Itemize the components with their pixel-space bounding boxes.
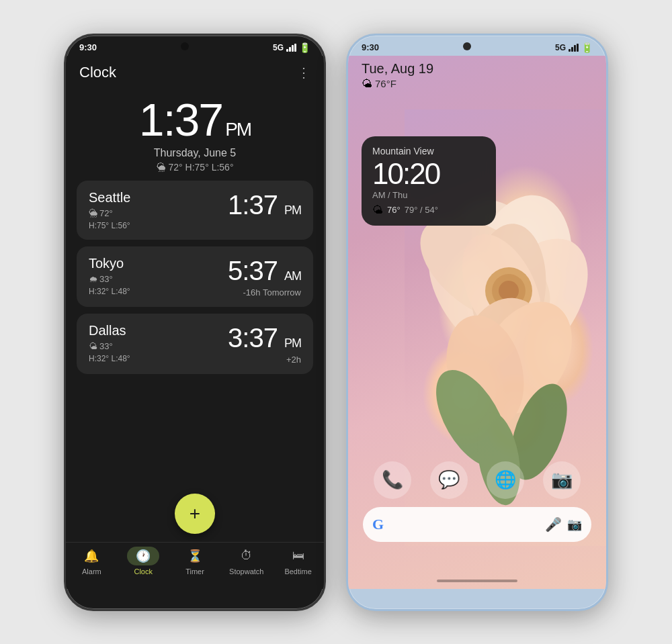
status-bar: 9:30 5G 🔋 (66, 36, 324, 56)
svg-point-11 (460, 285, 591, 430)
widget-time: 10:20 (372, 159, 485, 189)
city-weather: 🌧 33° (89, 274, 130, 284)
svg-point-13 (421, 358, 521, 478)
weather-text: 72° H:75° L:56° (169, 162, 234, 173)
city-weather-emoji: 🌧 (89, 274, 97, 284)
dark-phone: 9:30 5G 🔋 Clock ⋮ 1:37PM (64, 34, 326, 611)
bottom-navigation: 🔔 Alarm 🕐 Clock ⏳ Timer ⏱ Stopw (66, 542, 324, 589)
svg-point-8 (492, 274, 526, 308)
battery-icon: 🔋 (299, 42, 310, 53)
power-button[interactable] (324, 143, 326, 190)
city-weather-emoji: 🌤 (89, 341, 97, 351)
city-hi-lo: H:75° L:56° (89, 221, 130, 230)
home-date: Tue, Aug 19 (362, 61, 593, 77)
signal-icon (286, 44, 296, 52)
app-title: Clock (79, 64, 116, 81)
city-hi-lo: H:32° L:48° (89, 354, 130, 363)
more-options-icon[interactable]: ⋮ (297, 64, 310, 81)
clock-app: Clock ⋮ 1:37PM Thursday, June 5 🌦 72° H:… (66, 56, 324, 589)
city-temp: 72° (99, 208, 113, 218)
main-weather: 🌦 72° H:75° L:56° (66, 162, 324, 173)
search-mic-icon[interactable]: 🎤 (545, 516, 562, 533)
nav-timer-label: Timer (185, 567, 204, 576)
chrome-app-icon[interactable]: 🌐 (487, 461, 524, 499)
city-name: Seattle (89, 190, 130, 205)
city-weather: 🌦 72° (89, 208, 130, 218)
city-time-diff: +2h (228, 355, 301, 365)
widget-weather-emoji: 🌤 (372, 204, 383, 216)
weather-emoji: 🌦 (157, 162, 166, 173)
camera-hole (463, 42, 471, 50)
nav-clock-label: Clock (134, 567, 153, 576)
svg-point-5 (466, 220, 551, 354)
nav-timer-icon-wrap: ⏳ (179, 547, 211, 565)
widget-weather-row: 🌤 76° 79° / 54° (372, 204, 485, 216)
network-type: 5G (273, 43, 284, 52)
city-name: Tokyo (89, 256, 130, 271)
vol-up-button[interactable] (64, 130, 66, 153)
main-time: 1:37PM (66, 93, 324, 146)
status-time: 9:30 (362, 42, 379, 52)
city-weather-emoji: 🌦 (89, 208, 97, 218)
city-time-diff: -16h Tomorrow (228, 287, 301, 297)
city-time: 1:37 PM (228, 190, 301, 220)
svg-point-10 (448, 290, 564, 439)
svg-point-6 (446, 222, 558, 359)
city-info: Tokyo 🌧 33° H:32° L:48° (89, 256, 130, 296)
status-bar: 9:30 5G 🔋 (348, 36, 606, 56)
city-card-dallas[interactable]: Dallas 🌤 33° H:32° L:48° 3:37 PM +2h (77, 314, 313, 374)
city-name: Dallas (89, 323, 130, 338)
main-date: Thursday, June 5 (66, 147, 324, 159)
city-weather: 🌤 33° (89, 341, 130, 351)
city-time: 5:37 AM (228, 256, 301, 286)
svg-point-3 (454, 218, 606, 389)
notch (181, 42, 189, 50)
google-search-bar[interactable]: G 🎤 📷 (363, 507, 591, 542)
nav-clock-icon-wrap: 🕐 (127, 547, 159, 565)
city-card-tokyo[interactable]: Tokyo 🌧 33° H:32° L:48° 5:37 AM -16h Tom… (77, 246, 313, 307)
nav-stopwatch-icon-wrap: ⏱ (230, 547, 263, 565)
home-screen: Tue, Aug 19 🌤 76°F Mountain View 10:20 A… (348, 56, 606, 589)
city-temp: 33° (99, 274, 113, 284)
nav-timer[interactable]: ⏳ Timer (169, 547, 221, 584)
camera-app-icon[interactable]: 📷 (543, 461, 581, 499)
camera-hole (181, 42, 189, 50)
svg-point-12 (435, 306, 536, 436)
chrome-icon: 🌐 (495, 469, 516, 490)
nav-alarm[interactable]: 🔔 Alarm (66, 547, 118, 584)
messages-app-icon[interactable]: 💬 (430, 461, 468, 499)
city-time-block: 3:37 PM +2h (228, 323, 301, 365)
fab-icon: + (190, 503, 200, 524)
widget-weather-range: 79° / 54° (405, 205, 438, 215)
power-button[interactable] (606, 143, 608, 190)
nav-clock[interactable]: 🕐 Clock (118, 547, 169, 584)
main-clock-display: 1:37PM Thursday, June 5 🌦 72° H:75° L:56… (66, 87, 324, 175)
phone-icon: 📞 (382, 469, 403, 490)
home-dock-area: 📞 💬 🌐 📷 G 🎤 📷 (348, 461, 606, 542)
vol-down-button[interactable] (64, 160, 66, 197)
messages-icon: 💬 (438, 469, 460, 490)
signal-icon (569, 44, 579, 52)
alarm-icon: 🔔 (84, 549, 99, 563)
nav-bedtime-icon-wrap: 🛏 (282, 547, 314, 565)
nav-bedtime[interactable]: 🛏 Bedtime (272, 547, 324, 584)
add-city-button[interactable]: + (175, 494, 215, 534)
search-lens-icon[interactable]: 📷 (567, 517, 582, 532)
nav-stopwatch[interactable]: ⏱ Stopwatch (220, 547, 272, 584)
gesture-nav-bar (437, 580, 517, 582)
status-icons: 5G 🔋 (273, 42, 310, 53)
svg-point-9 (499, 281, 519, 301)
network-type: 5G (555, 43, 566, 52)
city-card-seattle[interactable]: Seattle 🌦 72° H:75° L:56° 1:37 PM (77, 181, 313, 240)
svg-point-7 (485, 267, 532, 314)
main-time-digits: 1:37PM (139, 94, 251, 145)
bedtime-icon: 🛏 (292, 549, 304, 563)
city-time-block: 1:37 PM (228, 190, 301, 222)
home-weather-temp: 76°F (375, 78, 396, 89)
phone-app-icon[interactable]: 📞 (374, 461, 411, 499)
nav-alarm-icon-wrap: 🔔 (75, 547, 108, 565)
city-info: Dallas 🌤 33° H:32° L:48° (89, 323, 130, 363)
clock-widget[interactable]: Mountain View 10:20 AM / Thu 🌤 76° 79° /… (362, 136, 496, 226)
clock-icon: 🕐 (136, 549, 151, 563)
fab-area: + (66, 487, 324, 542)
